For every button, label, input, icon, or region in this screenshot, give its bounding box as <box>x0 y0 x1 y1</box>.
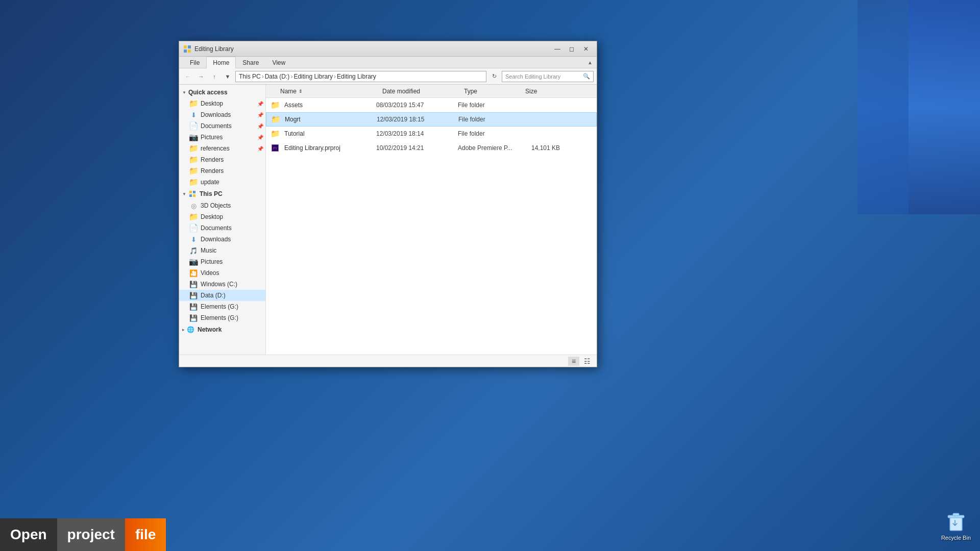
col-header-name[interactable]: Name ⇕ <box>280 88 382 95</box>
premiere-icon: Pr <box>270 144 280 152</box>
status-bar: ≡ ☷ <box>179 355 597 367</box>
pin-icon: 📌 <box>257 101 263 107</box>
sidebar-item-elements-g1[interactable]: 💾 Elements (G:) <box>179 301 265 312</box>
this-pc-arrow: ▼ <box>182 192 186 196</box>
list-view-button[interactable]: ≡ <box>568 357 579 366</box>
sidebar-item-renders-1[interactable]: 📁 Renders <box>179 154 265 165</box>
recycle-bin[interactable]: Recycle Bin <box>941 508 971 541</box>
windows-c-icon: 💾 <box>189 280 198 288</box>
forward-button[interactable]: → <box>195 71 207 82</box>
sidebar-label-downloads-pc: Downloads <box>201 236 231 243</box>
network-arrow: ▸ <box>182 328 184 332</box>
tab-file[interactable]: File <box>183 57 206 68</box>
network-header[interactable]: ▸ 🌐 Network <box>179 323 265 336</box>
banner-word-project: project <box>57 518 125 551</box>
quick-access-arrow: ▼ <box>182 90 186 95</box>
elements-g2-icon: 💾 <box>189 314 198 322</box>
sidebar-item-downloads-pc[interactable]: ⬇ Downloads <box>179 234 265 245</box>
file-type-mogrt: File folder <box>458 116 520 123</box>
search-box[interactable]: Search Editing Library 🔍 <box>502 71 594 82</box>
sidebar-label-downloads-qa: Downloads <box>201 111 231 118</box>
maximize-button[interactable]: ◻ <box>565 44 578 54</box>
svg-rect-3 <box>184 45 187 48</box>
quick-access-header[interactable]: ▼ Quick access <box>179 87 265 98</box>
back-button[interactable]: ← <box>182 71 193 82</box>
file-type-tutorial: File folder <box>458 130 519 137</box>
sidebar-item-update[interactable]: 📁 update <box>179 177 265 188</box>
videos-icon: 🎦 <box>189 269 198 277</box>
sidebar-item-data-d[interactable]: 💾 Data (D:) <box>179 290 265 301</box>
ribbon-collapse-button[interactable]: ▲ <box>587 57 593 68</box>
sidebar-label-pictures-pc: Pictures <box>201 258 223 265</box>
downloads-icon: ⬇ <box>189 111 198 119</box>
sidebar-item-downloads-qa[interactable]: ⬇ Downloads 📌 <box>179 109 265 120</box>
path-editinglib2: Editing Library <box>337 73 376 80</box>
3dobjects-icon: ◎ <box>189 202 198 210</box>
references-icon: 📁 <box>189 144 198 153</box>
tab-view[interactable]: View <box>265 57 292 68</box>
col-header-size[interactable]: Size <box>525 88 566 95</box>
search-icon: 🔍 <box>583 73 590 80</box>
sidebar: ▼ Quick access 📁 Desktop 📌 ⬇ Downloads 📌… <box>179 85 266 355</box>
update-icon: 📁 <box>189 178 198 186</box>
pin-icon-2: 📌 <box>257 112 263 118</box>
col-header-date[interactable]: Date modified <box>382 88 464 95</box>
recent-button[interactable]: ▼ <box>222 71 233 82</box>
tab-share[interactable]: Share <box>236 57 265 68</box>
svg-rect-8 <box>193 191 195 193</box>
this-pc-icon <box>188 190 197 198</box>
file-item-tutorial[interactable]: 📁 Tutorial 12/03/2019 18:14 File folder <box>266 127 597 141</box>
address-path[interactable]: This PC › Data (D:) › Editing Library › … <box>235 71 486 82</box>
elements-g1-icon: 💾 <box>189 303 198 311</box>
pin-icon-4: 📌 <box>257 135 263 140</box>
sidebar-item-videos[interactable]: 🎦 Videos <box>179 267 265 279</box>
refresh-button[interactable]: ↻ <box>488 71 500 82</box>
file-date-assets: 08/03/2019 15:47 <box>376 102 458 109</box>
downloads-pc-icon: ⬇ <box>189 235 198 243</box>
sidebar-item-documents-pc[interactable]: 📄 Documents <box>179 222 265 234</box>
music-icon: 🎵 <box>189 246 198 255</box>
this-pc-label: This PC <box>200 190 223 197</box>
sidebar-item-desktop-pc[interactable]: 📁 Desktop <box>179 211 265 222</box>
right-pane: Name ⇕ Date modified Type Size <box>266 85 597 355</box>
renders-icon-1: 📁 <box>189 156 198 164</box>
minimize-button[interactable]: — <box>551 44 564 54</box>
sidebar-item-pictures-pc[interactable]: 📷 Pictures <box>179 256 265 267</box>
close-button[interactable]: ✕ <box>579 44 593 54</box>
details-view-button[interactable]: ☷ <box>581 357 593 366</box>
sidebar-item-desktop-qa[interactable]: 📁 Desktop 📌 <box>179 98 265 109</box>
pin-icon-5: 📌 <box>257 146 263 152</box>
recycle-bin-label: Recycle Bin <box>941 535 971 541</box>
sidebar-label-elements-g1: Elements (G:) <box>201 303 238 310</box>
network-label: Network <box>198 326 222 333</box>
desktop-decoration <box>786 0 980 214</box>
sidebar-item-documents-qa[interactable]: 📄 Documents 📌 <box>179 120 265 132</box>
sidebar-item-3dobjects[interactable]: ◎ 3D Objects <box>179 200 265 211</box>
sidebar-item-references[interactable]: 📁 references 📌 <box>179 143 265 154</box>
sidebar-item-music[interactable]: 🎵 Music <box>179 245 265 256</box>
file-item-prproj[interactable]: Pr Editing Library.prproj 10/02/2019 14:… <box>266 141 597 155</box>
svg-rect-7 <box>189 191 192 193</box>
svg-rect-5 <box>184 49 187 53</box>
up-button[interactable]: ↑ <box>209 71 220 82</box>
file-item-mogrt[interactable]: 📁 Mogrt 12/03/2019 18:15 File folder <box>266 112 597 127</box>
sidebar-label-desktop-qa: Desktop <box>201 100 223 107</box>
sidebar-label-documents-qa: Documents <box>201 122 232 130</box>
sidebar-label-data-d: Data (D:) <box>201 292 226 299</box>
this-pc-header[interactable]: ▼ This PC <box>179 188 265 200</box>
folder-icon-tutorial: 📁 <box>270 130 280 138</box>
sidebar-item-elements-g2[interactable]: 💾 Elements (G:) <box>179 312 265 323</box>
sidebar-item-windows-c[interactable]: 💾 Windows (C:) <box>179 279 265 290</box>
file-name-prproj: Editing Library.prproj <box>284 144 376 152</box>
address-bar: ← → ↑ ▼ This PC › Data (D:) › Editing Li… <box>179 68 597 85</box>
explorer-window: Editing Library — ◻ ✕ File Home Share Vi… <box>179 41 597 367</box>
file-item-assets[interactable]: 📁 Assets 08/03/2019 15:47 File folder <box>266 98 597 112</box>
banner-word-file: file <box>125 518 166 551</box>
sidebar-item-renders-2[interactable]: 📁 Renders <box>179 165 265 177</box>
sidebar-label-renders-1: Renders <box>201 156 224 163</box>
col-header-type[interactable]: Type <box>464 88 525 95</box>
file-date-prproj: 10/02/2019 14:21 <box>376 144 458 152</box>
tab-home[interactable]: Home <box>206 57 236 68</box>
sidebar-item-pictures-qa[interactable]: 📷 Pictures 📌 <box>179 132 265 143</box>
file-size-prproj: 14,101 KB <box>519 144 560 152</box>
